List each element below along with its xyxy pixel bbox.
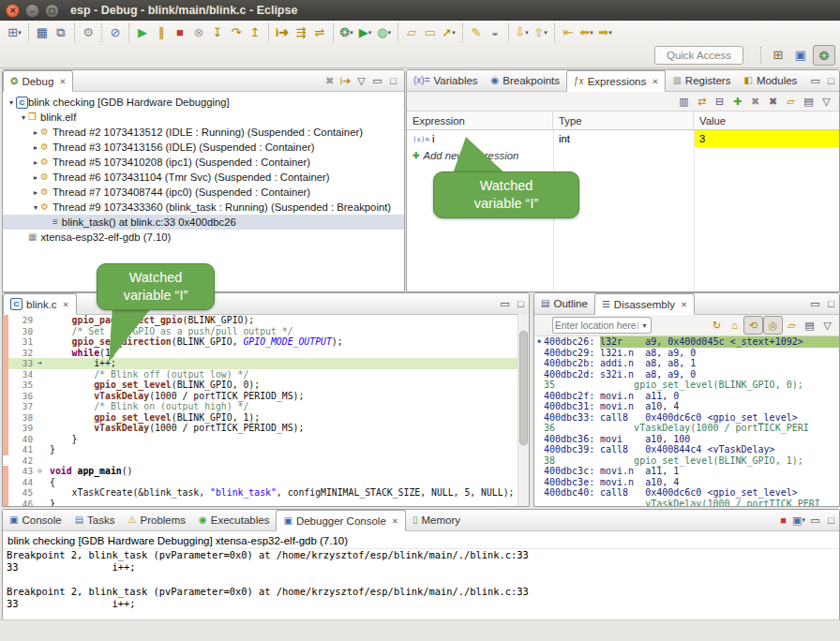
chevron-down-icon[interactable]: ▼ — [638, 322, 651, 329]
expand-twistie-icon[interactable]: ▸ — [31, 158, 40, 167]
tab-tasks[interactable]: ▤Tasks — [68, 510, 122, 530]
run-icon[interactable]: ▶▾ — [356, 23, 375, 42]
minimize-icon[interactable]: ▭ — [807, 510, 823, 530]
column-type[interactable]: Type — [553, 112, 694, 129]
debug-perspective-icon[interactable]: ❂ — [813, 45, 835, 66]
column-value[interactable]: Value — [694, 112, 839, 129]
view-menu-icon[interactable]: ▽ — [818, 317, 836, 334]
save-all-icon[interactable]: ⧉ — [52, 23, 70, 42]
debug-tree-row[interactable]: ▾❒blink.elf — [3, 110, 404, 125]
expand-twistie-icon[interactable]: ▸ — [31, 128, 40, 137]
window-close-button[interactable]: ✕ — [6, 4, 20, 18]
step-return-icon[interactable]: ↥ — [246, 23, 264, 42]
view-menu-icon[interactable]: ▽ — [818, 93, 835, 110]
editor-scrollbar[interactable] — [518, 314, 529, 506]
code-editor[interactable]: 29 gpio_pad_select_gpio(BLINK_GPIO);30 /… — [3, 315, 529, 507]
tab-expressions[interactable]: ƒxExpressions✕ — [566, 70, 666, 92]
new-view-icon[interactable]: ▱ — [782, 93, 800, 110]
step-over-icon[interactable]: ↷ — [227, 23, 246, 42]
maximize-icon[interactable]: □ — [823, 70, 839, 91]
maximize-icon[interactable]: □ — [823, 510, 839, 530]
open-folder-icon[interactable]: ▭ — [421, 23, 440, 42]
tab-variables[interactable]: (x)=Variables — [407, 70, 485, 91]
refresh-icon[interactable]: ↻ — [708, 317, 726, 334]
terminate-icon[interactable]: ■ — [171, 23, 189, 42]
line-number[interactable]: 34 — [8, 369, 38, 380]
close-icon[interactable]: ✕ — [681, 300, 687, 309]
last-edit-location-icon[interactable]: ⇤ — [559, 23, 578, 42]
tab-registers[interactable]: ▥Registers — [666, 70, 737, 91]
close-icon[interactable]: ✕ — [392, 516, 398, 526]
display-selected-console-icon[interactable]: ▣▾ — [791, 510, 807, 530]
home-icon[interactable]: ⌂ — [726, 317, 743, 334]
terminate-icon[interactable]: ■ — [775, 510, 791, 530]
line-number[interactable]: 44 — [8, 477, 38, 488]
maximize-icon[interactable]: □ — [513, 293, 529, 314]
use-step-filters-icon[interactable]: ⇌ — [310, 23, 329, 42]
skip-all-breakpoints-icon[interactable]: ⊘ — [106, 23, 125, 42]
external-tools-icon[interactable]: ➚▾ — [440, 23, 458, 42]
instruction-pointer-icon[interactable]: ➜ — [38, 358, 50, 369]
debug-tree-row[interactable]: ≡blink_task() at blink.c:33 0x400dbc26 — [3, 215, 404, 230]
line-number[interactable]: 35 — [8, 380, 38, 391]
debug-icon[interactable]: ❂▾ — [338, 23, 356, 42]
line-number[interactable]: 45 — [8, 487, 38, 499]
tab-problems[interactable]: ⚠Problems — [122, 510, 193, 530]
coverage-icon[interactable]: ◍▾ — [375, 23, 394, 42]
collapse-twistie-icon[interactable]: ▾ — [7, 98, 16, 107]
line-number[interactable]: 31 — [8, 336, 38, 348]
remove-all-expressions-icon[interactable]: ✖ — [764, 93, 782, 110]
pin-view-icon[interactable]: ▤ — [800, 93, 818, 110]
new-view-icon[interactable]: ▱ — [783, 317, 801, 334]
save-icon[interactable]: ▦ — [33, 23, 52, 42]
next-annotation-icon[interactable]: ⇩▾ — [513, 23, 532, 42]
instruction-stepping-icon[interactable]: i➜ — [273, 23, 292, 42]
close-icon[interactable]: ✕ — [59, 77, 66, 86]
java-perspective-icon[interactable]: ▣ — [790, 45, 811, 64]
minimize-icon[interactable]: ▭ — [369, 75, 385, 87]
remove-all-terminated-icon[interactable]: ✖ — [322, 75, 338, 87]
show-type-names-icon[interactable]: ▥ — [675, 93, 693, 110]
maximize-icon[interactable]: □ — [823, 293, 839, 314]
tab-modules[interactable]: ◧Modules — [737, 70, 803, 91]
line-number[interactable]: 29 — [8, 315, 38, 326]
suspend-icon[interactable]: ∥ — [152, 23, 171, 42]
column-expression[interactable]: Expression — [407, 112, 553, 129]
close-icon[interactable]: ✕ — [63, 300, 69, 309]
minimize-icon[interactable]: ▭ — [807, 70, 823, 91]
minimize-icon[interactable]: ▭ — [497, 293, 513, 314]
collapse-twistie-icon[interactable]: ▾ — [31, 203, 40, 212]
sync-active-context-icon[interactable]: ⟲ — [743, 316, 763, 335]
window-minimize-button[interactable]: – — [25, 4, 39, 18]
line-number[interactable]: 39 — [8, 423, 38, 434]
line-number[interactable]: 40 — [8, 434, 38, 445]
location-combo[interactable]: ▼ — [552, 317, 652, 334]
collapse-twistie-icon[interactable]: ▾ — [19, 113, 28, 122]
tab-disassembly[interactable]: ☰Disassembly✕ — [594, 293, 695, 315]
open-run-config-icon[interactable]: ▱ — [402, 23, 421, 42]
disconnect-icon[interactable]: ⊗ — [189, 23, 208, 42]
new-wizard-icon[interactable]: ⊞▾ — [6, 23, 24, 42]
show-debug-toolbar-icon[interactable]: ⇶ — [292, 23, 310, 42]
track-expression-icon[interactable]: ◎ — [763, 316, 783, 335]
add-expression-icon[interactable]: ✚ — [728, 93, 746, 110]
tab-outline[interactable]: ▤Outline — [534, 293, 594, 314]
expand-twistie-icon[interactable]: ▸ — [31, 143, 40, 152]
collapse-all-icon[interactable]: ⊟ — [711, 93, 728, 110]
debug-tree-row[interactable]: ▾⚙Thread #9 1073433360 (blink_task : Run… — [3, 200, 404, 215]
location-input[interactable] — [553, 320, 638, 331]
pin-view-icon[interactable]: ▤ — [801, 317, 818, 334]
line-number[interactable]: 38 — [8, 412, 38, 424]
open-perspective-icon[interactable]: ⊞ — [768, 45, 788, 64]
debug-tree-row[interactable]: ▸⚙Thread #3 1073413156 (IDLE) (Suspended… — [3, 140, 404, 155]
debug-tree-row[interactable]: ▦xtensa-esp32-elf-gdb (7.10) — [3, 230, 404, 245]
line-number[interactable]: 46 — [8, 499, 38, 508]
view-menu-icon[interactable]: ▽ — [353, 75, 369, 87]
step-into-icon[interactable]: ↧ — [208, 23, 227, 42]
debug-tree-row[interactable]: ▸⚙Thread #6 1073431104 (Tmr Svc) (Suspen… — [3, 170, 404, 185]
debug-tree-row[interactable]: ▸⚙Thread #7 1073408744 (ipc0) (Suspended… — [3, 185, 404, 200]
mark-occurrences-icon[interactable]: ✎ — [467, 23, 486, 42]
show-logical-structure-icon[interactable]: ⇄ — [693, 93, 711, 110]
disassembly-listing[interactable]: ◆400dbc26:l32r a9, 0x400d045c <_stext+10… — [534, 336, 839, 507]
line-number[interactable]: 42 — [8, 455, 38, 467]
